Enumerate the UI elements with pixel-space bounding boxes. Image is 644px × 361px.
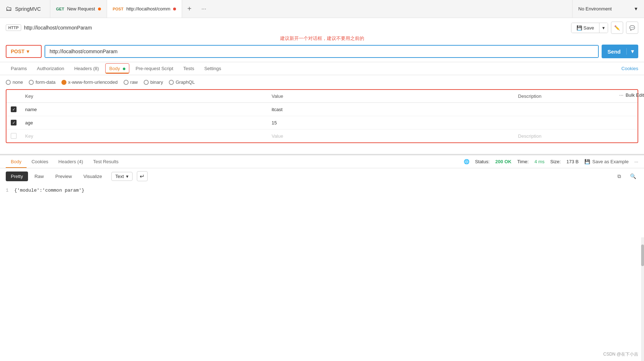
- app-name: 🗂 SpringMVC: [0, 0, 50, 18]
- tab-get-method: GET: [56, 7, 64, 11]
- tab-get-dot: [98, 8, 101, 10]
- save-dropdown-button[interactable]: ▾: [599, 23, 608, 33]
- send-label: Send: [602, 49, 626, 55]
- tab-post[interactable]: POST http://localhost/comm: [107, 0, 182, 18]
- tab-get[interactable]: GET New Request: [50, 0, 107, 18]
- radio-form-data: [29, 80, 34, 85]
- col-value-header: Value: [267, 90, 514, 103]
- url-input[interactable]: [45, 46, 598, 57]
- tab-post-method: POST: [113, 7, 124, 11]
- copy-icon: ⧉: [617, 173, 621, 179]
- tab-headers[interactable]: Headers (8): [69, 62, 104, 75]
- tabs-area: GET New Request POST http://localhost/co…: [50, 0, 572, 18]
- tab-pre-request-script[interactable]: Pre-request Script: [131, 62, 179, 75]
- tab-post-dot: [173, 8, 176, 10]
- http-badge: HTTP: [6, 24, 21, 31]
- time-label: Time:: [517, 159, 529, 164]
- tab-more-button[interactable]: ···: [196, 6, 211, 12]
- row1-checkbox-cell: ✓: [6, 103, 21, 116]
- watermark: CSDN @在下小吉: [603, 351, 638, 357]
- status-label: Status:: [475, 159, 490, 164]
- body-option-urlencoded[interactable]: x-www-form-urlencoded: [61, 79, 118, 85]
- resp-tab-headers[interactable]: Headers (4): [54, 155, 88, 168]
- radio-urlencoded: [61, 80, 66, 85]
- resp-body-tab-raw[interactable]: Raw: [29, 172, 49, 181]
- col-checkbox-header: [6, 90, 21, 103]
- response-body-tabs: Pretty Raw Preview Visualize Text ▾ ↵ ⧉ …: [0, 168, 644, 184]
- row3-key[interactable]: Key: [21, 129, 267, 143]
- resp-tab-body[interactable]: Body: [6, 155, 27, 168]
- inbox-icon: 🗂: [6, 5, 12, 13]
- tab-authorization[interactable]: Authorization: [32, 62, 69, 75]
- table-row: ✓ age 15: [6, 116, 638, 129]
- save-button[interactable]: 💾 Save: [571, 23, 599, 33]
- row1-value[interactable]: itcast: [267, 103, 514, 116]
- body-option-graphql[interactable]: GraphQL: [169, 79, 195, 85]
- row3-checkbox-empty[interactable]: [11, 133, 17, 139]
- save-label: Save: [583, 25, 594, 31]
- body-option-none[interactable]: none: [6, 79, 23, 85]
- method-label: POST: [11, 49, 24, 54]
- save-example-button[interactable]: 💾 Save as Example: [584, 159, 629, 164]
- resp-body-tab-visualize[interactable]: Visualize: [78, 172, 107, 181]
- resp-tab-cookies[interactable]: Cookies: [27, 155, 54, 168]
- url-header: HTTP http://localhost/commonParam 💾 Save…: [6, 22, 638, 34]
- resp-body-tab-preview[interactable]: Preview: [50, 172, 77, 181]
- tab-get-label: New Request: [67, 6, 95, 12]
- radio-raw: [124, 80, 129, 85]
- cookies-link[interactable]: Cookies: [621, 66, 638, 71]
- request-tabs: Params Authorization Headers (8) Body Pr…: [0, 62, 644, 75]
- comment-icon-button[interactable]: 💬: [626, 22, 638, 34]
- top-bar: 🗂 SpringMVC GET New Request POST http://…: [0, 0, 644, 18]
- row3-description[interactable]: Description: [514, 129, 638, 143]
- response-more-button[interactable]: ···: [634, 159, 638, 164]
- tab-tests[interactable]: Tests: [178, 62, 199, 75]
- edit-icon: ✏️: [614, 25, 620, 31]
- tab-body[interactable]: Body: [105, 63, 129, 74]
- wrap-button[interactable]: ↵: [137, 171, 148, 181]
- tab-add-button[interactable]: +: [182, 5, 196, 13]
- body-option-binary[interactable]: binary: [144, 79, 163, 85]
- url-input-wrapper: [45, 45, 599, 58]
- row3-value[interactable]: Value: [267, 129, 514, 143]
- body-option-form-data[interactable]: form-data: [29, 79, 56, 85]
- format-select[interactable]: Text ▾: [111, 172, 133, 181]
- row1-description[interactable]: [514, 103, 638, 116]
- row2-checkbox[interactable]: ✓: [11, 120, 17, 125]
- table-row: Key Value Description: [6, 129, 638, 143]
- radio-graphql-label: GraphQL: [176, 79, 195, 85]
- row1-checkbox[interactable]: ✓: [11, 106, 17, 112]
- checkmark-icon: ✓: [12, 108, 15, 111]
- radio-urlencoded-label: x-www-form-urlencoded: [68, 79, 118, 85]
- copy-button[interactable]: ⧉: [614, 171, 625, 181]
- search-icon: 🔍: [630, 173, 636, 179]
- edit-icon-button[interactable]: ✏️: [611, 22, 623, 34]
- tab-settings[interactable]: Settings: [199, 62, 226, 75]
- body-option-raw[interactable]: raw: [124, 79, 138, 85]
- code-content-1: {'module':'common param'}: [14, 188, 84, 193]
- row2-description[interactable]: [514, 116, 638, 129]
- method-select[interactable]: POST ▾: [6, 45, 42, 58]
- time-value: 4 ms: [534, 159, 545, 164]
- col-key-header: Key: [21, 90, 267, 103]
- resp-body-tab-pretty[interactable]: Pretty: [6, 172, 28, 181]
- scrollbar-thumb[interactable]: [641, 245, 644, 266]
- scrollbar[interactable]: [641, 237, 644, 361]
- search-button[interactable]: 🔍: [627, 171, 638, 181]
- table-row: ✓ name itcast: [6, 103, 638, 116]
- radio-none-label: none: [13, 79, 23, 85]
- bulk-edit-area[interactable]: ··· Bulk Edit: [619, 92, 644, 98]
- save-icon: 💾: [576, 25, 582, 31]
- row2-key[interactable]: age: [21, 116, 267, 129]
- save-example-label: Save as Example: [592, 159, 629, 164]
- tab-params[interactable]: Params: [6, 62, 32, 75]
- format-label: Text: [115, 174, 124, 179]
- row3-checkbox-cell: [6, 129, 21, 143]
- send-button[interactable]: Send ▾: [602, 45, 638, 58]
- row2-value[interactable]: 15: [267, 116, 514, 129]
- desc-placeholder: Description: [518, 133, 541, 139]
- resp-tab-test-results[interactable]: Test Results: [88, 155, 124, 168]
- value-placeholder: Value: [272, 133, 283, 139]
- row1-key[interactable]: name: [21, 103, 267, 116]
- env-selector[interactable]: No Environment ▼: [572, 0, 644, 18]
